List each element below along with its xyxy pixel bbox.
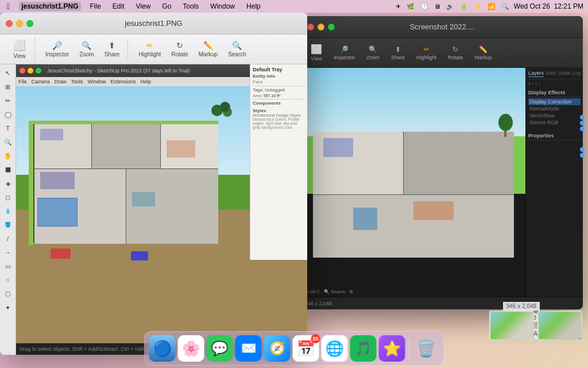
thumbnail-2[interactable] <box>537 310 582 340</box>
layer-tool-4[interactable]: ↓ <box>538 81 540 86</box>
tool-select[interactable]: ↖ <box>2 67 14 79</box>
su-max[interactable] <box>36 68 41 74</box>
tool-star[interactable]: ✦ <box>2 301 14 314</box>
state-tab[interactable]: State <box>558 70 570 77</box>
maximize-button[interactable] <box>26 20 33 27</box>
ss-tree-top <box>498 114 513 131</box>
screenshot-close[interactable] <box>307 24 314 30</box>
search-icon[interactable]: 🔍 <box>500 3 510 10</box>
dock-safari[interactable]: 🧭 <box>264 335 291 362</box>
dock-mail[interactable]: ✉️ <box>235 335 262 362</box>
su-menu-window[interactable]: Window <box>88 79 106 85</box>
su-menu-file[interactable]: File <box>18 79 27 85</box>
dock-finder[interactable]: 🔵 <box>149 335 176 362</box>
dock-trash[interactable]: 🗑️ <box>413 335 439 362</box>
menubar-view[interactable]: View <box>134 2 153 11</box>
su-min[interactable] <box>28 68 33 74</box>
tool-pen[interactable]: ✏ <box>2 94 14 107</box>
menubar-go[interactable]: Go <box>160 2 173 11</box>
ss-view-btn[interactable]: ⬜ View <box>306 41 327 64</box>
sketchup-scene: Drag to select objects. Shift + Add/Subt… <box>16 64 307 355</box>
tool-crop[interactable]: ⊞ <box>2 80 14 93</box>
dock-photos[interactable]: 🌸 <box>178 335 204 362</box>
panel-item-vector[interactable]: VectorBlue <box>528 112 581 119</box>
thumbnail-1[interactable] <box>489 310 534 340</box>
apple-menu[interactable]:  <box>5 1 12 12</box>
su-close[interactable] <box>20 68 25 74</box>
screenshot-max[interactable] <box>328 24 335 30</box>
menubar-edit[interactable]: Edit <box>110 2 127 11</box>
tree-3 <box>220 102 230 112</box>
tool-fill[interactable]: 🪣 <box>2 218 14 231</box>
su-panel-title: Default Tray <box>253 67 305 72</box>
mats-tab[interactable]: Mats <box>546 70 557 77</box>
battery-icon: 🔋 <box>459 3 469 10</box>
messages-icon: 💬 <box>211 340 229 356</box>
screenshot-image-area[interactable]: ▶ 28°C 🔍 Search ⚙ <box>301 68 525 297</box>
ss-markup-btn[interactable]: ✏️ Markup <box>470 43 497 63</box>
su-menu-help[interactable]: Help <box>141 79 152 85</box>
menubar-tools[interactable]: Tools <box>180 2 201 11</box>
tool-arrow[interactable]: → <box>2 246 14 259</box>
ss-share-btn[interactable]: ⬆ Share <box>386 43 409 63</box>
dock-pinwheel[interactable]: ⭐ <box>379 335 405 362</box>
ss-inspector-btn[interactable]: 🔎 Inspector <box>329 43 359 63</box>
menubar-file[interactable]: File <box>88 2 103 11</box>
ss-rotate-btn[interactable]: ↻ Rotate <box>443 43 468 63</box>
tool-zoom[interactable]: 🔍 <box>2 136 14 148</box>
highlight-button[interactable]: ✏ Highlight <box>134 39 165 60</box>
su-menu-extensions[interactable]: Extensions <box>111 79 136 85</box>
close-button[interactable] <box>6 20 13 27</box>
menubar-app-name[interactable]: jesuschrist1.PNG <box>19 2 80 11</box>
tool-eraser[interactable]: ◻ <box>2 191 14 204</box>
layers-tab[interactable]: Layers <box>528 70 544 77</box>
minimize-button[interactable] <box>16 20 23 27</box>
tool-eyedrop[interactable]: 💧 <box>2 205 14 217</box>
preview-image-area[interactable]: Drag to select objects. Shift + Add/Subt… <box>16 64 307 355</box>
dock-chrome[interactable]: 🌐 <box>322 335 348 362</box>
search-label: Search <box>228 51 246 57</box>
ss-zoom-btn[interactable]: 🔍 Zoom <box>362 43 384 63</box>
screenshot-bottom-bar: 946 x 2,048 <box>301 297 583 309</box>
su-menu-tools[interactable]: Tools <box>71 79 83 85</box>
tool-move[interactable]: ✋ <box>2 150 14 162</box>
preview-titlebar: jesuschrist1.PNG <box>0 13 307 34</box>
tool-color[interactable]: ⬛ <box>2 163 14 176</box>
dot-3 <box>580 126 585 131</box>
tool-adjust[interactable]: ◈ <box>2 177 14 190</box>
layer-tools: + - ↑ ↓ <box>528 81 581 86</box>
dock-calendar[interactable]: 📅 26 <box>293 335 319 362</box>
rotate-button[interactable]: ↻ Rotate <box>167 39 192 60</box>
layer-tool-1[interactable]: + <box>528 81 531 86</box>
inspector-button[interactable]: 🔎 Inspector <box>41 39 74 60</box>
tool-line[interactable]: / <box>2 232 14 245</box>
su-menu-draw[interactable]: Draw <box>55 79 67 85</box>
car-2 <box>131 251 148 260</box>
su-menu-camera[interactable]: Camera <box>32 79 50 85</box>
tool-text[interactable]: T <box>2 122 14 135</box>
su-area-label: Area: <box>253 94 262 98</box>
tool-ellipse[interactable]: ○ <box>2 274 14 286</box>
ss-highlight-btn[interactable]: ✏ Highlight <box>412 43 441 63</box>
share-button[interactable]: ⬆ Share <box>100 39 125 60</box>
layer-tool-2[interactable]: - <box>532 81 534 86</box>
thumbnail-row <box>489 310 582 340</box>
tool-shape[interactable]: ◯ <box>2 108 14 121</box>
panel-item-normal[interactable]: NormalMode <box>528 105 581 112</box>
panel-item-source[interactable]: Source RGB <box>528 119 581 126</box>
dock-messages[interactable]: 💬 <box>207 335 233 362</box>
ss-pool <box>353 208 377 230</box>
tool-polygon[interactable]: ⬡ <box>2 288 14 300</box>
layer-tool-3[interactable]: ↑ <box>535 81 537 86</box>
panel-item-correction[interactable]: Display Correction <box>528 98 581 105</box>
markup-button[interactable]: ✏️ Markup <box>194 39 222 60</box>
tool-rect[interactable]: ▭ <box>2 260 14 273</box>
log-tab[interactable]: Log <box>572 70 581 77</box>
menubar-window[interactable]: Window <box>208 2 237 11</box>
zoom-button[interactable]: 🔍 Zoom <box>75 39 99 60</box>
search-button[interactable]: 🔍 Search <box>223 39 251 60</box>
menubar-help[interactable]: Help <box>244 2 263 11</box>
screenshot-min[interactable] <box>318 24 324 30</box>
view-button[interactable]: ⬜ View <box>8 37 31 62</box>
dock-spotify[interactable]: 🎵 <box>350 335 377 362</box>
